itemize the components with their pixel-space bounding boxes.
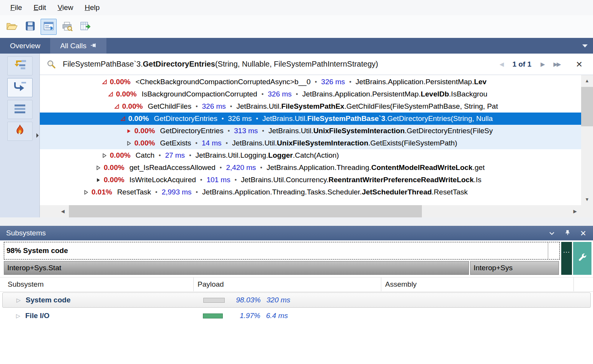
pin-icon[interactable]	[90, 42, 96, 50]
expander-icon[interactable]	[126, 141, 132, 146]
tree-row[interactable]: 0.00%GetExists•14 ms•JetBrains.Util.Unix…	[40, 137, 581, 149]
assembly-bar[interactable]: Interop+Sys.Stat	[4, 261, 469, 275]
call-tree-panel: 0.00%<CheckBackgroundCompactionCorrupted…	[40, 75, 581, 205]
back-traces-icon	[12, 81, 28, 95]
pane-splitter[interactable]	[0, 217, 593, 226]
payload-time: 6.4 ms	[266, 312, 288, 320]
previous-result-button[interactable]: ◀	[500, 61, 504, 68]
tree-row[interactable]: 0.00%<CheckBackgroundCompactionCorrupted…	[40, 76, 581, 88]
tree-row[interactable]: 0.00%IsBackgroundCompactionCorrupted•326…	[40, 88, 581, 100]
column-header-assembly[interactable]: Assembly	[381, 277, 573, 291]
subsystems-table-header: SubsystemPayloadAssembly	[0, 277, 593, 292]
tree-row[interactable]: 0.00%IsWriteLockAcquired•101 ms•JetBrain…	[40, 174, 581, 186]
next-result-button[interactable]: ▶	[541, 61, 545, 68]
time-value: 326 ms	[268, 90, 292, 98]
query-prefix: FileSystemPathBase`3.	[63, 60, 143, 68]
scroll-up-icon[interactable]: ▲	[581, 75, 593, 87]
method-name: <CheckBackgroundCompactionCorruptedAsync…	[136, 78, 310, 86]
system-code-bar-fill	[4, 242, 548, 259]
bullet-separator: •	[235, 176, 237, 183]
method-name: GetDirectoryEntries	[160, 127, 224, 135]
open-snapshot-button[interactable]	[4, 19, 20, 35]
time-value: 326 ms	[202, 102, 226, 111]
hot-path-expander-icon[interactable]	[108, 91, 114, 97]
plain-list-view-button[interactable]	[7, 100, 33, 119]
last-result-button[interactable]: ▶▶	[554, 61, 560, 68]
report-panels-button[interactable]	[41, 19, 57, 35]
expander-icon[interactable]: ▷	[16, 313, 20, 319]
sidebar-collapse-arrow[interactable]	[36, 133, 39, 138]
expander-icon[interactable]	[83, 190, 90, 195]
call-tree-view-button[interactable]	[7, 56, 33, 75]
tree-row[interactable]: 0.00%GetDirectoryEntries•326 ms•JetBrain…	[40, 113, 581, 125]
expander-icon[interactable]	[96, 165, 102, 170]
tree-row[interactable]: 0.00%get_IsReadAccessAllowed•2,420 ms•Je…	[40, 162, 581, 174]
hot-path-expander-icon[interactable]	[120, 116, 126, 121]
hot-path-expander-icon[interactable]	[114, 104, 120, 109]
payload-bar	[203, 298, 225, 303]
tree-row[interactable]: 0.00%Catch•27 ms•JetBrains.Util.Logging.…	[40, 149, 581, 162]
method-name: GetChildFiles	[148, 102, 191, 111]
bullet-separator: •	[196, 189, 198, 196]
hot-path-expander-icon[interactable]	[102, 79, 108, 85]
scroll-down-icon[interactable]: ▼	[581, 194, 593, 205]
tab-overview[interactable]: Overview	[0, 38, 50, 54]
tab-all-calls[interactable]: All Calls	[50, 38, 106, 54]
time-value: 2,993 ms	[162, 188, 191, 196]
scroll-right-icon[interactable]: ▶	[569, 205, 581, 217]
column-header-payload[interactable]: Payload	[193, 277, 381, 291]
expander-icon[interactable]	[102, 153, 108, 158]
subsystems-header-buttons: ×	[549, 229, 586, 237]
back-traces-view-button[interactable]	[7, 78, 33, 97]
menu-view[interactable]: View	[52, 2, 79, 14]
view-switch-sidebar	[0, 54, 40, 218]
search-query[interactable]: FileSystemPathBase`3.GetDirectoryEntries…	[63, 60, 378, 69]
menu-file[interactable]: File	[5, 2, 28, 14]
close-panel-button[interactable]: ×	[580, 230, 586, 237]
bullet-separator: •	[261, 91, 264, 98]
method-name: ResetTask	[117, 188, 151, 196]
export-button[interactable]	[77, 19, 93, 35]
close-search-button[interactable]: ×	[576, 60, 582, 68]
hot-path-expander-icon[interactable]	[126, 129, 132, 134]
horizontal-scroll-thumb[interactable]	[69, 205, 422, 217]
bullet-separator: •	[349, 78, 351, 85]
bullet-separator: •	[315, 78, 317, 85]
tree-row[interactable]: 0.00%GetChildFiles•326 ms•JetBrains.Util…	[40, 100, 581, 113]
save-snapshot-button[interactable]	[22, 19, 38, 35]
subsystem-settings-button[interactable]	[573, 242, 591, 275]
percent-label: 0.00%	[122, 102, 143, 111]
time-value: 326 ms	[228, 114, 252, 123]
tree-row[interactable]: 0.00%GetDirectoryEntries•313 ms•JetBrain…	[40, 125, 581, 137]
horizontal-scrollbar[interactable]: ◀ ▶	[40, 205, 581, 217]
qualified-name: JetBrains.Util.FileSystemPathBase`3.GetD…	[262, 114, 493, 123]
hot-spots-view-button[interactable]	[7, 122, 33, 141]
time-value: 14 ms	[202, 139, 222, 147]
expander-icon[interactable]: ▷	[16, 297, 21, 303]
menu-edit[interactable]: Edit	[28, 2, 52, 14]
vertical-scrollbar[interactable]: ▲ ▼	[581, 75, 593, 205]
search-navigation: ◀ 1 of 1 ▶ ▶▶ ×	[500, 60, 582, 69]
pin-panel-icon[interactable]	[565, 229, 570, 237]
tree-row[interactable]: 0.01%ResetTask•2,993 ms•JetBrains.Applic…	[40, 186, 581, 198]
payload-bar	[203, 313, 223, 318]
more-button[interactable]: ...	[561, 242, 572, 275]
tab-list-chevron-icon[interactable]	[582, 44, 588, 47]
menu-bar: FileEditViewHelp	[0, 0, 593, 15]
payload-time: 320 ms	[266, 296, 290, 304]
collapse-chevron-icon[interactable]	[549, 229, 555, 237]
subsystem-row[interactable]: ▷File I/O1.97%6.4 ms	[2, 309, 591, 324]
scroll-left-icon[interactable]: ◀	[57, 205, 69, 217]
system-code-bar[interactable]: 98% System code	[4, 242, 560, 260]
subsystem-row[interactable]: ▷System code98.03%320 ms	[2, 292, 591, 308]
bullet-separator: •	[220, 164, 222, 171]
method-name: GetDirectoryEntries	[154, 114, 217, 123]
qualified-name: JetBrains.Util.Logging.Logger.Catch(Acti…	[195, 151, 339, 160]
print-preview-button[interactable]	[59, 19, 75, 35]
menu-help[interactable]: Help	[79, 2, 105, 14]
vertical-scroll-thumb[interactable]	[581, 87, 593, 126]
search-icon	[47, 60, 56, 69]
column-header-subsystem[interactable]: Subsystem	[0, 277, 193, 291]
expander-icon[interactable]	[96, 178, 102, 183]
assembly-bar[interactable]: Interop+Sys	[470, 261, 559, 275]
